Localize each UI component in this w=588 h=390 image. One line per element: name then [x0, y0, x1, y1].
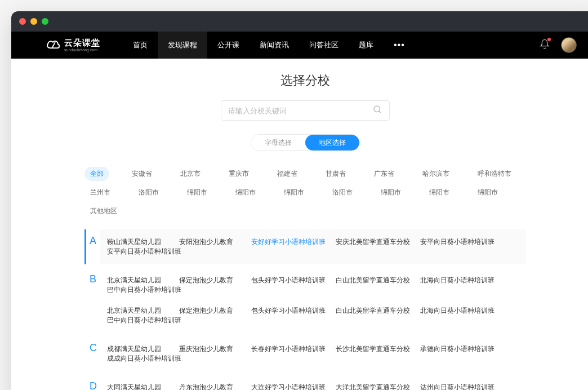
- nav-item[interactable]: 公开课: [207, 32, 250, 59]
- region-chip[interactable]: 其他地区: [84, 204, 123, 218]
- user-avatar[interactable]: [561, 37, 577, 53]
- region-chip[interactable]: 兰州市: [84, 185, 116, 200]
- toggle-group: 字母选择地区选择: [251, 134, 360, 151]
- mode-toggle: 字母选择地区选择: [11, 134, 588, 151]
- school-item[interactable]: 安平向日葵小语种培训班: [107, 247, 181, 256]
- nav-item[interactable]: 问答社区: [299, 32, 349, 59]
- school-item[interactable]: 承德向日葵小语种培训班: [420, 344, 495, 354]
- letter-label: D: [84, 375, 100, 390]
- school-item[interactable]: 安好好学习小语种培训班: [251, 237, 326, 247]
- school-rows: 鞍山满天星幼儿园安阳泡泡少儿教育安好好学习小语种培训班安庆北美留学直通车分校安平…: [100, 229, 526, 264]
- school-item[interactable]: 巴中向日葵小语种培训班: [107, 285, 181, 295]
- region-chip[interactable]: 绵阳市: [181, 185, 213, 200]
- school-item[interactable]: 北京满天星幼儿园: [107, 306, 169, 316]
- school-item[interactable]: 白山北美留学直通车分校: [336, 306, 410, 316]
- search-wrap: [11, 100, 588, 121]
- school-item[interactable]: 北京满天星幼儿园: [107, 276, 169, 285]
- region-filter: 全部安徽省北京市重庆市福建省甘肃省广东省哈尔滨市呼和浩特市兰州市洛阳市绵阳市绵阳…: [11, 167, 588, 218]
- region-chip[interactable]: 呼和浩特市: [472, 167, 517, 181]
- nav-item[interactable]: 发现课程: [158, 32, 207, 59]
- region-chip[interactable]: 重庆市: [223, 167, 255, 181]
- school-item[interactable]: 北海向日葵小语种培训班: [420, 306, 495, 316]
- letter-group: B北京满天星幼儿园保定泡泡少儿教育包头好学习小语种培训班白山北美留学直通车分校北…: [84, 268, 526, 333]
- app-window: 云朵课堂 yunduoketang.com 首页发现课程公开课新闻资讯问答社区题…: [11, 11, 588, 390]
- school-item[interactable]: 安阳泡泡少儿教育: [179, 237, 241, 247]
- region-chip[interactable]: 全部: [84, 167, 109, 181]
- school-rows: 成都满天星幼儿园重庆泡泡少儿教育长春好学习小语种培训班长沙北美留学直通车分校承德…: [100, 336, 526, 371]
- notifications-button[interactable]: [540, 39, 550, 51]
- region-chip[interactable]: 北京市: [175, 167, 206, 181]
- region-row: 全部安徽省北京市重庆市福建省甘肃省广东省哈尔滨市呼和浩特市兰州市洛阳市绵阳市绵阳…: [84, 167, 526, 218]
- letter-label: C: [84, 336, 100, 371]
- nav-more-button[interactable]: •••: [384, 40, 415, 50]
- region-chip[interactable]: 洛阳市: [133, 185, 164, 200]
- school-item[interactable]: 保定泡泡少儿教育: [179, 276, 241, 285]
- region-chip[interactable]: 绵阳市: [230, 185, 261, 200]
- search-box[interactable]: [221, 100, 390, 121]
- school-row: 鞍山满天星幼儿园安阳泡泡少儿教育安好好学习小语种培训班安庆北美留学直通车分校安平…: [107, 232, 526, 262]
- letter-group: C成都满天星幼儿园重庆泡泡少儿教育长春好学习小语种培训班长沙北美留学直通车分校承…: [84, 336, 526, 371]
- school-row: 北京满天星幼儿园保定泡泡少儿教育包头好学习小语种培训班白山北美留学直通车分校北海…: [107, 270, 526, 300]
- bell-icon: [540, 41, 550, 51]
- school-item[interactable]: 大同满天星幼儿园: [107, 383, 169, 390]
- school-item[interactable]: 达州向日葵小语种培训班: [420, 383, 495, 390]
- region-chip[interactable]: 广东省: [368, 167, 400, 181]
- search-input[interactable]: [228, 107, 372, 115]
- region-chip[interactable]: 洛阳市: [327, 185, 358, 200]
- mode-toggle-option[interactable]: 字母选择: [251, 135, 305, 150]
- letter-label: B: [84, 268, 100, 333]
- school-item[interactable]: 成都满天星幼儿园: [107, 344, 169, 354]
- school-item[interactable]: 北海向日葵小语种培训班: [420, 276, 495, 285]
- region-chip[interactable]: 哈尔滨市: [417, 167, 455, 181]
- window-maximize-button[interactable]: [42, 18, 48, 25]
- school-item[interactable]: 重庆泡泡少儿教育: [179, 344, 241, 354]
- school-item[interactable]: 保定泡泡少儿教育: [179, 306, 241, 316]
- region-chip[interactable]: 绵阳市: [424, 185, 455, 200]
- logo[interactable]: 云朵课堂 yunduoketang.com: [45, 37, 100, 53]
- letter-group: D大同满天星幼儿园丹东泡泡少儿教育大连好学习小语种培训班大洋北美留学直通车分校达…: [84, 375, 526, 390]
- region-chip[interactable]: 绵阳市: [375, 185, 407, 200]
- school-item[interactable]: 巴中向日葵小语种培训班: [107, 316, 181, 325]
- school-item[interactable]: 包头好学习小语种培训班: [251, 306, 326, 316]
- letter-label: A: [84, 229, 100, 264]
- page-title: 选择分校: [11, 72, 588, 89]
- school-item[interactable]: 安平向日葵小语种培训班: [420, 237, 495, 247]
- region-chip[interactable]: 福建省: [271, 167, 303, 181]
- logo-icon: [45, 37, 61, 53]
- school-item[interactable]: 长沙北美留学直通车分校: [336, 344, 410, 354]
- nav-item[interactable]: 题库: [349, 32, 384, 59]
- school-item[interactable]: 鞍山满天星幼儿园: [107, 237, 169, 247]
- school-item[interactable]: 大连好学习小语种培训班: [251, 383, 326, 390]
- nav-item[interactable]: 首页: [123, 32, 158, 59]
- window-minimize-button[interactable]: [30, 18, 37, 25]
- school-row: 大同满天星幼儿园丹东泡泡少儿教育大连好学习小语种培训班大洋北美留学直通车分校达州…: [107, 377, 526, 390]
- school-item[interactable]: 丹东泡泡少儿教育: [179, 383, 241, 390]
- svg-line-1: [379, 111, 381, 113]
- school-item[interactable]: 白山北美留学直通车分校: [336, 276, 410, 285]
- notification-dot-icon: [547, 38, 551, 41]
- school-list: A鞍山满天星幼儿园安阳泡泡少儿教育安好好学习小语种培训班安庆北美留学直通车分校安…: [11, 229, 588, 390]
- header-right: [540, 37, 577, 53]
- svg-point-0: [374, 106, 380, 112]
- school-item[interactable]: 包头好学习小语种培训班: [251, 276, 326, 285]
- mode-toggle-option[interactable]: 地区选择: [305, 135, 359, 150]
- school-rows: 大同满天星幼儿园丹东泡泡少儿教育大连好学习小语种培训班大洋北美留学直通车分校达州…: [100, 375, 526, 390]
- page-content: 选择分校 字母选择地区选择 全部安徽省北京市重庆市福建省甘肃省广东省哈尔滨市呼和…: [11, 59, 588, 390]
- logo-sub: yunduoketang.com: [64, 48, 100, 52]
- region-chip[interactable]: 甘肃省: [320, 167, 351, 181]
- school-item[interactable]: 长春好学习小语种培训班: [251, 344, 326, 354]
- school-item[interactable]: 成成向日葵小语种培训班: [107, 354, 181, 364]
- nav-item[interactable]: 新闻资讯: [250, 32, 299, 59]
- school-rows: 北京满天星幼儿园保定泡泡少儿教育包头好学习小语种培训班白山北美留学直通车分校北海…: [100, 268, 526, 333]
- school-item[interactable]: 安庆北美留学直通车分校: [336, 237, 410, 247]
- app-header: 云朵课堂 yunduoketang.com 首页发现课程公开课新闻资讯问答社区题…: [11, 32, 588, 59]
- logo-main: 云朵课堂: [64, 38, 100, 47]
- window-close-button[interactable]: [19, 18, 26, 25]
- region-chip[interactable]: 安徽省: [126, 167, 158, 181]
- region-chip[interactable]: 绵阳市: [278, 185, 310, 200]
- letter-group: A鞍山满天星幼儿园安阳泡泡少儿教育安好好学习小语种培训班安庆北美留学直通车分校安…: [84, 229, 526, 264]
- school-item[interactable]: 大洋北美留学直通车分校: [336, 383, 410, 390]
- region-chip[interactable]: 绵阳市: [472, 185, 504, 200]
- school-row: 北京满天星幼儿园保定泡泡少儿教育包头好学习小语种培训班白山北美留学直通车分校北海…: [107, 300, 526, 331]
- window-titlebar: [11, 11, 588, 32]
